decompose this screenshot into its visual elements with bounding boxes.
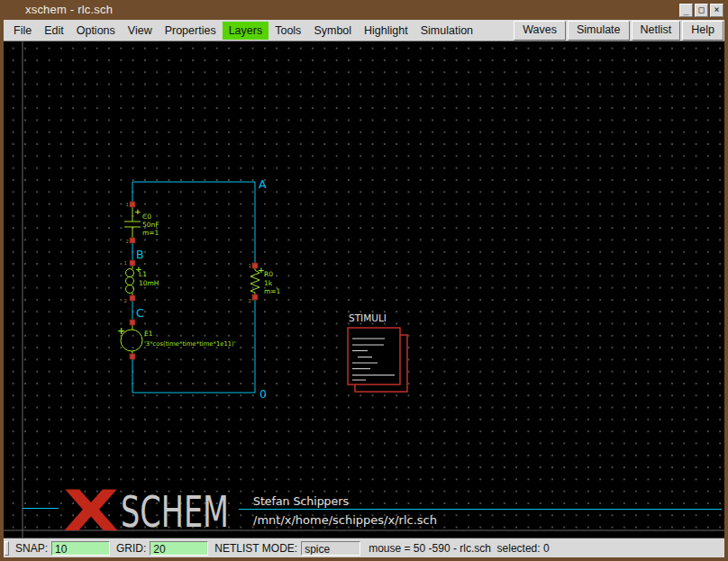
window-title: xschem - rlc.sch (25, 3, 113, 16)
pin-number: 2 (126, 239, 130, 244)
help-button[interactable]: Help (682, 21, 723, 41)
menu-edit[interactable]: Edit (38, 22, 70, 40)
schematic-canvas[interactable]: + 1 2 C0 50nF m=1 B + (4, 41, 724, 538)
component-resistor-r0[interactable]: + 1 2 R0 1k m=1 (249, 263, 281, 303)
component-value: 10mH (139, 279, 159, 287)
file-path: /mnt/x/home/schippes/x/rlc.sch (253, 513, 437, 527)
net-label-b[interactable]: B (136, 248, 144, 261)
stimuli-symbol[interactable]: STIMULI (348, 312, 407, 392)
netlist-button[interactable]: Netlist (632, 21, 681, 41)
netlist-mode-label: NETLIST MODE: (214, 542, 297, 555)
component-ref: L1 (139, 270, 147, 278)
xschem-window: xschem - rlc.sch _ □ × File Edit Options… (0, 0, 728, 561)
statusbar: SNAP: 10 GRID: 20 NETLIST MODE: spice mo… (4, 538, 724, 557)
component-value: '3*cos(time*time*time*1e11)' (144, 340, 236, 348)
pin-square[interactable] (252, 263, 258, 268)
component-ref: R0 (264, 270, 273, 278)
snap-input[interactable]: 10 (51, 541, 110, 556)
simulate-button[interactable]: Simulate (568, 21, 630, 41)
menu-properties[interactable]: Properties (159, 22, 223, 40)
netlist-mode-input[interactable]: spice (301, 541, 360, 556)
stimuli-label: STIMULI (349, 312, 387, 323)
component-inductor-l1[interactable]: + 1 2 L1 10mH (124, 260, 159, 303)
net-label-c[interactable]: C (136, 306, 144, 320)
pin-square[interactable] (130, 295, 135, 301)
component-mult: m=1 (142, 229, 159, 237)
pin-square[interactable] (130, 202, 135, 207)
titlebar[interactable]: xschem - rlc.sch _ □ × (0, 0, 728, 20)
component-ref: C0 (142, 213, 151, 221)
component-value: 50nF (142, 221, 159, 229)
logo-x: X (63, 478, 119, 538)
menus: File Edit Options View Properties Layers… (4, 22, 479, 40)
component-mult: m=1 (264, 287, 281, 295)
pin-square[interactable] (130, 260, 135, 266)
plus-sign: + (117, 325, 125, 337)
menu-options[interactable]: Options (70, 22, 122, 40)
pin-square[interactable] (130, 238, 135, 243)
pin-number: 2 (124, 298, 128, 303)
menu-highlight[interactable]: Highlight (358, 22, 414, 40)
component-capacitor-c0[interactable]: + 1 2 C0 50nF m=1 (124, 202, 159, 244)
waves-button[interactable]: Waves (514, 21, 566, 41)
menubar: File Edit Options View Properties Layers… (4, 20, 724, 41)
pin-square[interactable] (252, 294, 258, 300)
stimuli-front-rect (348, 328, 400, 385)
pin-number: 1 (124, 260, 128, 266)
component-value: 1k (264, 279, 273, 287)
menu-layers[interactable]: Layers (223, 22, 269, 40)
pin-number: 2 (249, 298, 252, 303)
grid-input[interactable]: 20 (150, 541, 208, 556)
menu-symbol[interactable]: Symbol (307, 22, 358, 40)
plus-sign: + (134, 207, 141, 216)
menu-file[interactable]: File (7, 22, 38, 40)
component-source-e1[interactable]: + E1 '3*cos(time*time*time*1e11)' (117, 320, 236, 359)
author-name: Stefan Schippers (253, 494, 349, 508)
statusbar-grip[interactable] (5, 541, 9, 556)
logo-schem: SCHEM (121, 486, 229, 537)
maximize-icon[interactable]: □ (695, 4, 708, 17)
pin-number: 1 (126, 202, 130, 207)
schematic-drawing: + 1 2 C0 50nF m=1 B + (4, 41, 724, 538)
footer: X SCHEM Stefan Schippers /mnt/x/home/sch… (23, 478, 722, 538)
close-icon[interactable]: × (710, 4, 723, 17)
component-ref: E1 (144, 330, 153, 338)
menu-tools[interactable]: Tools (268, 22, 307, 40)
window-controls: _ □ × (679, 4, 723, 17)
menubar-buttons: Waves Simulate Netlist Help (513, 20, 724, 41)
net-label-a[interactable]: A (259, 177, 267, 191)
menu-view[interactable]: View (122, 22, 159, 40)
snap-label: SNAP: (15, 542, 48, 555)
minimize-icon[interactable]: _ (679, 4, 693, 17)
mouse-status-text: mouse = 50 -590 - rlc.sch selected: 0 (369, 542, 549, 555)
pin-number: 1 (249, 263, 252, 268)
pin-square[interactable] (130, 320, 135, 325)
net-label-gnd[interactable]: 0 (259, 387, 267, 401)
menu-simulation[interactable]: Simulation (414, 22, 479, 40)
pin-square[interactable] (130, 354, 135, 359)
grid-label: GRID: (116, 542, 146, 555)
